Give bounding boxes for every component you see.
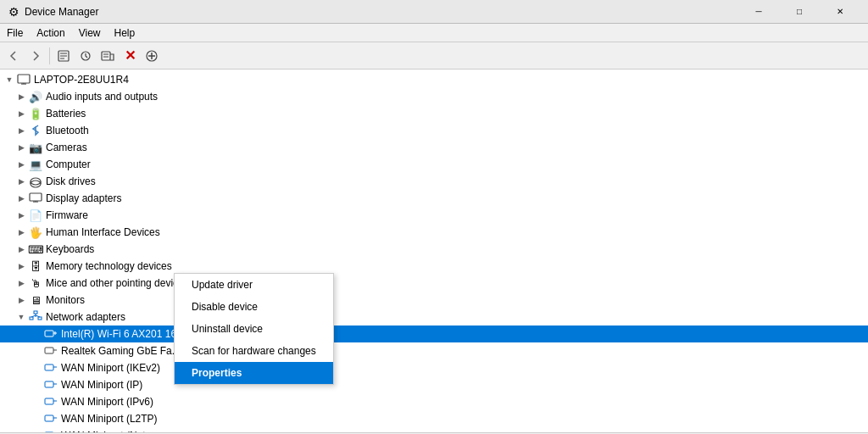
tree-item-network[interactable]: ▼ Network adapters <box>0 309 868 326</box>
tree-item-bluetooth[interactable]: ▶ Bluetooth <box>0 122 868 139</box>
firmware-label: Firmware <box>46 209 88 221</box>
tree-item-wan-ikev2[interactable]: WAN Miniport (IKEv2) <box>0 359 868 376</box>
tree-item-audio[interactable]: ▶ 🔊 Audio inputs and outputs <box>0 88 868 105</box>
display-label: Display adapters <box>46 192 121 204</box>
tree-item-realtek[interactable]: Realtek Gaming GbE Fa... <box>0 342 868 359</box>
tree-root[interactable]: ▼ LAPTOP-2E8UU1R4 <box>0 71 868 88</box>
expand-monitors[interactable]: ▶ <box>15 294 27 306</box>
svg-rect-23 <box>38 317 42 320</box>
keyboards-icon: ⌨ <box>29 242 42 256</box>
expand-root[interactable]: ▼ <box>3 74 15 86</box>
network-icon <box>29 310 42 324</box>
tree-item-wan-l2tp[interactable]: WAN Miniport (L2TP) <box>0 410 868 427</box>
svg-rect-22 <box>30 317 33 320</box>
window-controls: ─ □ ✕ <box>739 0 860 24</box>
tree-item-disk[interactable]: ▶ Disk drives <box>0 173 868 190</box>
memory-icon: 🗄 <box>29 259 42 273</box>
context-properties[interactable]: Properties <box>175 362 333 384</box>
title-bar-left: ⚙ Device Manager <box>8 5 98 19</box>
wan-network-label: WAN Miniport (Networ... <box>61 430 170 432</box>
svg-rect-30 <box>45 348 53 353</box>
batteries-label: Batteries <box>46 108 86 120</box>
audio-icon: 🔊 <box>29 90 42 103</box>
window-container: ⚙ Device Manager ─ □ ✕ File Action View … <box>0 0 868 434</box>
device-tree[interactable]: ▼ LAPTOP-2E8UU1R4 ▶ 🔊 Audio inputs and o… <box>0 70 868 432</box>
svg-rect-36 <box>45 398 53 404</box>
svg-rect-38 <box>45 415 53 421</box>
expand-hid[interactable]: ▶ <box>15 226 27 238</box>
expand-disk[interactable]: ▶ <box>15 175 27 187</box>
audio-label: Audio inputs and outputs <box>46 91 158 103</box>
tree-item-monitors[interactable]: ▶ 🖥 Monitors <box>0 292 868 309</box>
monitors-label: Monitors <box>46 294 85 306</box>
expand-cameras[interactable]: ▶ <box>15 142 27 153</box>
intel-wifi-icon <box>44 327 58 341</box>
svg-rect-11 <box>18 75 30 83</box>
expand-display[interactable]: ▶ <box>15 192 27 204</box>
menu-file[interactable]: File <box>0 25 30 41</box>
wan-ip-label: WAN Miniport (IP) <box>61 379 142 391</box>
toolbar: ✕ <box>0 42 868 70</box>
context-scan-changes[interactable]: Scan for hardware changes <box>175 340 333 362</box>
cameras-icon: 📷 <box>29 141 42 154</box>
menu-help[interactable]: Help <box>108 25 142 41</box>
uninstall-button[interactable]: ✕ <box>120 46 140 66</box>
expand-network[interactable]: ▼ <box>15 311 27 323</box>
tree-item-wan-ipv6[interactable]: WAN Miniport (IPv6) <box>0 393 868 410</box>
expand-mice[interactable]: ▶ <box>15 277 27 289</box>
tree-item-wan-ip[interactable]: WAN Miniport (IP) <box>0 376 868 393</box>
back-button[interactable] <box>3 46 24 66</box>
tree-item-intel-wifi[interactable]: Intel(R) Wi-Fi 6 AX201 160MHz <box>0 326 868 342</box>
expand-keyboards[interactable]: ▶ <box>15 243 27 255</box>
context-disable-device[interactable]: Disable device <box>175 296 333 318</box>
expand-batteries[interactable]: ▶ <box>15 108 27 120</box>
minimize-button[interactable]: ─ <box>739 0 778 24</box>
hid-icon: 🖐 <box>29 225 42 239</box>
display-icon <box>29 192 42 205</box>
context-uninstall-device[interactable]: Uninstall device <box>175 318 333 340</box>
wan-ipv6-icon <box>44 395 58 409</box>
expand-audio[interactable]: ▶ <box>15 91 27 103</box>
menu-action[interactable]: Action <box>30 25 71 41</box>
svg-rect-21 <box>34 311 37 314</box>
expand-memory[interactable]: ▶ <box>15 260 27 272</box>
title-bar: ⚙ Device Manager ─ □ ✕ <box>0 0 868 24</box>
wan-ipv6-label: WAN Miniport (IPv6) <box>61 396 153 408</box>
expand-computer[interactable]: ▶ <box>15 159 27 170</box>
context-update-driver[interactable]: Update driver <box>175 274 333 296</box>
disk-icon <box>29 175 42 188</box>
forward-button[interactable] <box>25 46 46 66</box>
network-label: Network adapters <box>46 311 125 323</box>
update-driver-button[interactable] <box>75 46 96 66</box>
add-button[interactable] <box>142 46 162 66</box>
expand-firmware[interactable]: ▶ <box>15 209 27 221</box>
tree-item-mice[interactable]: ▶ 🖱 Mice and other pointing devices <box>0 275 868 292</box>
tree-item-keyboards[interactable]: ▶ ⌨ Keyboards <box>0 241 868 258</box>
batteries-icon: 🔋 <box>29 107 42 120</box>
tree-item-memory[interactable]: ▶ 🗄 Memory technology devices <box>0 258 868 275</box>
firmware-icon: 📄 <box>29 209 42 222</box>
app-icon: ⚙ <box>8 5 19 19</box>
svg-rect-32 <box>45 364 53 370</box>
properties-button[interactable] <box>53 46 74 66</box>
keyboards-label: Keyboards <box>46 243 94 255</box>
tree-item-batteries[interactable]: ▶ 🔋 Batteries <box>0 105 868 122</box>
tree-item-computer[interactable]: ▶ 💻 Computer <box>0 156 868 173</box>
computer-icon <box>17 73 31 86</box>
window-title: Device Manager <box>25 6 98 18</box>
tree-item-hid[interactable]: ▶ 🖐 Human Interface Devices <box>0 224 868 241</box>
close-button[interactable]: ✕ <box>821 0 860 24</box>
tree-item-display[interactable]: ▶ Display adapters <box>0 190 868 207</box>
tree-item-firmware[interactable]: ▶ 📄 Firmware <box>0 207 868 224</box>
scan-button[interactable] <box>97 46 118 66</box>
bluetooth-icon <box>29 124 42 137</box>
main-content: ▼ LAPTOP-2E8UU1R4 ▶ 🔊 Audio inputs and o… <box>0 70 868 432</box>
tree-item-wan-network[interactable]: WAN Miniport (Networ... <box>0 427 868 432</box>
menu-view[interactable]: View <box>72 25 108 41</box>
monitors-icon: 🖥 <box>29 293 42 307</box>
wan-ikev2-icon <box>44 361 58 375</box>
maximize-button[interactable]: □ <box>780 0 819 24</box>
tree-item-cameras[interactable]: ▶ 📷 Cameras <box>0 139 868 156</box>
expand-bluetooth[interactable]: ▶ <box>15 125 27 136</box>
wan-ikev2-label: WAN Miniport (IKEv2) <box>61 362 160 374</box>
